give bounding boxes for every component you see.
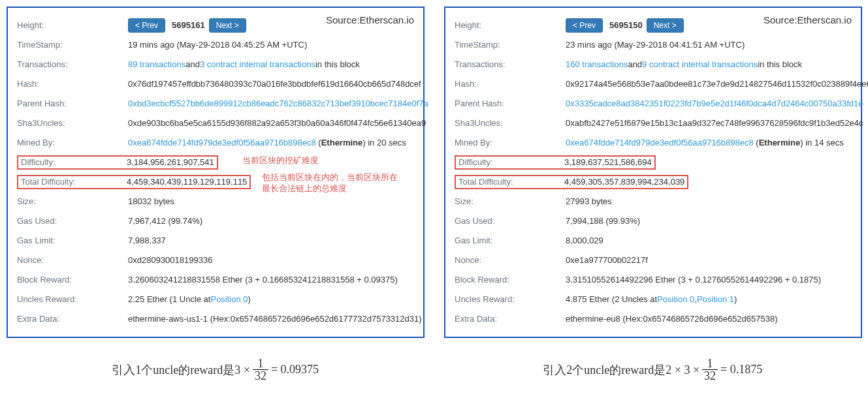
total-difficulty-highlight: Total Difficulty: 4,459,305,357,839,994,… [455,175,688,189]
label-sha3uncles: Sha3Uncles: [17,117,128,129]
tx-count-link[interactable]: 160 transactions [566,59,628,70]
value-difficulty: 3,184,956,261,907,541 [127,157,214,168]
internal-tx-link[interactable]: 9 contract internal transactions [642,59,758,70]
label-parent-hash: Parent Hash: [455,98,566,110]
value-sha3uncles: 0xabfb2427e51f6879e15b13c1aa9d327ec748fe… [566,117,863,129]
value-total-difficulty: 4,459,305,357,839,994,234,039 [564,176,684,188]
label-total-difficulty: Total Difficulty: [458,176,564,188]
label-difficulty: Difficulty: [458,157,564,168]
next-button[interactable]: Next > [647,18,684,33]
value-uncles-reward: 2.25 Ether (1 Uncle at Position 0) [128,294,414,305]
label-block-reward: Block Reward: [455,274,566,286]
value-size: 18032 bytes [128,196,414,208]
uncle-pos0-link[interactable]: Position 0 [210,294,248,305]
label-mined-by: Mined By: [17,137,128,149]
value-gas-used: 7,994,188 (99.93%) [566,215,852,227]
block-number: 5695150 [609,20,643,31]
label-parent-hash: Parent Hash: [17,98,128,110]
value-mined-by: 0xea674fdde714fd979de3edf0f56aa9716b898e… [128,137,414,149]
value-transactions: 160 transactions and 9 contract internal… [566,59,852,70]
label-total-difficulty: Total Difficulty: [21,176,127,188]
label-transactions: Transactions: [17,59,128,70]
label-height: Height: [455,20,566,31]
label-extra-data: Extra Data: [17,313,128,325]
annotation-total-difficulty: 包括当前区块在内的，当前区块所在 最长合法链上的总难度 [262,172,398,194]
label-nonce: Nonce: [455,254,566,266]
label-uncles-reward: Uncles Reward: [455,294,566,305]
block-panel-right: Source:Etherscan.io Height: < Prev 56951… [444,7,862,338]
value-sha3uncles: 0xde903bc6ba5e5ca6155d936f882a92a653f3b0… [128,117,426,129]
label-gas-limit: Gas Limit: [17,235,128,247]
label-block-reward: Block Reward: [17,274,128,286]
label-gas-used: Gas Used: [455,215,566,227]
formula-left: 引入1个uncle的reward是3 × 132 = 0.09375 [7,358,425,382]
label-size: Size: [17,196,128,208]
total-difficulty-highlight: Total Difficulty: 4,459,340,439,119,129,… [17,175,251,189]
label-transactions: Transactions: [455,59,566,70]
label-extra-data: Extra Data: [455,313,566,325]
label-gas-limit: Gas Limit: [455,235,566,247]
value-size: 27993 bytes [566,196,852,208]
difficulty-highlight: Difficulty: 3,189,637,521,586,694 [455,155,656,170]
value-gas-used: 7,967,412 (99.74%) [128,215,414,227]
label-timestamp: TimeStamp: [17,39,128,51]
value-hash: 0x76df197457effdbb736480393c70a016fe3bbd… [128,78,421,90]
value-extra-data: ethermine-eu8 (Hex:0x65746865726d696e652… [566,313,852,325]
value-mined-by: 0xea674fdde714fd979de3edf0f56aa9716b898e… [566,137,852,149]
value-timestamp: 23 mins ago (May-29-2018 04:41:51 AM +UT… [566,39,852,51]
label-hash: Hash: [455,78,566,90]
prev-button[interactable]: < Prev [566,18,603,33]
value-block-reward: 3.260603241218831558 Ether (3 + 0.166853… [128,274,414,286]
formula-right: 引入2个uncle的reward是2 × 3 × 132 = 0.1875 [444,358,862,382]
internal-tx-link[interactable]: 3 contract internal transactions [200,59,315,70]
value-total-difficulty: 4,459,340,439,119,129,119,115 [127,176,247,188]
uncle-pos0-link[interactable]: Position 0 [657,294,694,305]
label-difficulty: Difficulty: [21,157,127,168]
prev-button[interactable]: < Prev [128,18,165,33]
value-extra-data: ethermine-aws-us1-1 (Hex:0x65746865726d6… [128,313,422,325]
block-panel-left: Source:Etherscan.io Height: < Prev 56951… [7,7,425,338]
parent-hash-link[interactable]: 0x3335cadce8ad3842351f0223fd7b9e5e2d1f46… [566,98,863,110]
parent-hash-link[interactable]: 0xbd3ecbcf5527bb6de899912cb86eadc762c868… [128,98,428,110]
block-number: 5695161 [172,20,205,31]
label-nonce: Nonce: [17,254,128,266]
label-hash: Hash: [17,78,128,90]
label-timestamp: TimeStamp: [455,39,566,51]
value-difficulty: 3,189,637,521,586,694 [564,157,652,168]
value-hash: 0x92174a45e568b53e7aa0bdee81c73e7de9d214… [566,78,868,90]
label-uncles-reward: Uncles Reward: [17,294,128,305]
annotation-difficulty: 当前区块的挖矿难度 [242,155,319,166]
tx-count-link[interactable]: 89 transactions [128,59,185,70]
label-height: Height: [17,20,128,31]
label-mined-by: Mined By: [455,137,566,149]
label-sha3uncles: Sha3Uncles: [455,117,566,129]
miner-link[interactable]: 0xea674fdde714fd979de3edf0f56aa9716b898e… [566,137,754,149]
value-block-reward: 3.31510552614492296 Ether (3 + 0.1276055… [566,274,852,286]
label-gas-used: Gas Used: [17,215,128,227]
next-button[interactable]: Next > [209,18,246,33]
difficulty-highlight: Difficulty: 3,184,956,261,907,541 [17,155,218,170]
value-gas-limit: 8,000,029 [566,235,852,247]
label-size: Size: [455,196,566,208]
value-uncles-reward: 4.875 Ether (2 Uncles at Position 0, Pos… [566,294,852,305]
value-gas-limit: 7,988,337 [128,235,414,247]
value-transactions: 89 transactions and 3 contract internal … [128,59,414,70]
uncle-pos1-link[interactable]: Position 1 [697,294,734,305]
value-nonce: 0xd280930018199336 [128,254,414,266]
value-nonce: 0xe1a977700b02217f [566,254,852,266]
miner-link[interactable]: 0xea674fdde714fd979de3edf0f56aa9716b898e… [128,137,316,149]
value-timestamp: 19 mins ago (May-29-2018 04:45:25 AM +UT… [128,39,414,51]
